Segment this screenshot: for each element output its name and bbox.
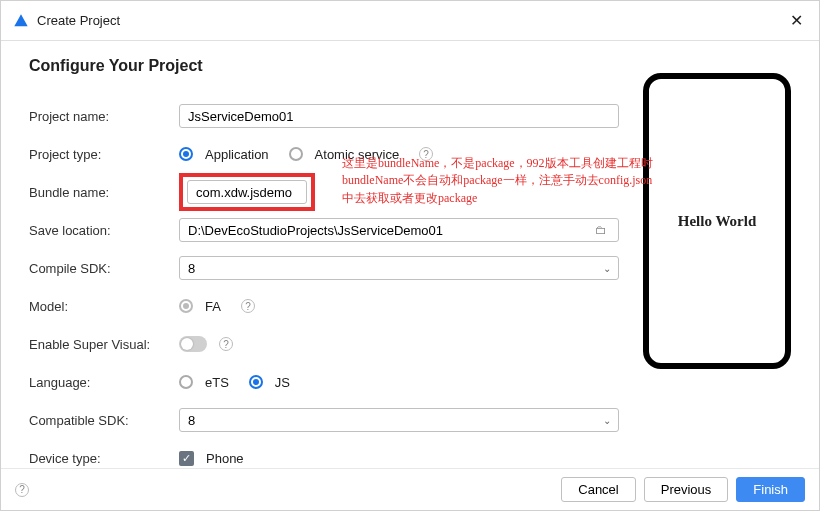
compatible-sdk-label: Compatible SDK: — [29, 413, 179, 428]
dialog-title: Create Project — [37, 13, 786, 28]
save-location-label: Save location: — [29, 223, 179, 238]
super-visual-toggle[interactable] — [179, 336, 207, 352]
device-preview: Hello World — [643, 73, 791, 468]
language-label: Language: — [29, 375, 179, 390]
save-location-input[interactable] — [179, 218, 619, 242]
footer-help-icon[interactable]: ? — [15, 483, 29, 497]
bundle-name-label: Bundle name: — [29, 185, 179, 200]
device-type-label: Device type: — [29, 451, 179, 466]
language-ets-label: eTS — [205, 375, 229, 390]
project-type-label: Project type: — [29, 147, 179, 162]
model-fa-radio[interactable] — [179, 299, 193, 313]
project-type-atomic-radio[interactable] — [289, 147, 303, 161]
language-js-radio[interactable] — [249, 375, 263, 389]
close-icon[interactable]: ✕ — [786, 9, 807, 32]
model-help-icon[interactable]: ? — [241, 299, 255, 313]
previous-button[interactable]: Previous — [644, 477, 729, 502]
bundle-name-highlight — [179, 173, 315, 211]
device-phone-checkbox[interactable]: ✓ — [179, 451, 194, 466]
preview-text: Hello World — [678, 213, 756, 230]
project-type-application-label: Application — [205, 147, 269, 162]
app-logo-icon — [13, 13, 29, 29]
project-type-application-radio[interactable] — [179, 147, 193, 161]
cancel-button[interactable]: Cancel — [561, 477, 635, 502]
model-fa-label: FA — [205, 299, 221, 314]
page-heading: Configure Your Project — [29, 57, 629, 75]
folder-icon[interactable]: 🗀 — [595, 223, 607, 237]
compatible-sdk-select[interactable] — [179, 408, 619, 432]
super-visual-label: Enable Super Visual: — [29, 337, 179, 352]
project-name-input[interactable] — [179, 104, 619, 128]
bundle-name-input[interactable] — [187, 180, 307, 204]
language-ets-radio[interactable] — [179, 375, 193, 389]
titlebar: Create Project ✕ — [1, 1, 819, 41]
compile-sdk-label: Compile SDK: — [29, 261, 179, 276]
device-frame: Hello World — [643, 73, 791, 369]
device-phone-label: Phone — [206, 451, 244, 466]
super-visual-help-icon[interactable]: ? — [219, 337, 233, 351]
model-label: Model: — [29, 299, 179, 314]
project-name-label: Project name: — [29, 109, 179, 124]
language-js-label: JS — [275, 375, 290, 390]
annotation-text: 这里是bundleName，不是package，992版本工具创建工程时 bun… — [342, 155, 653, 207]
finish-button[interactable]: Finish — [736, 477, 805, 502]
compile-sdk-select[interactable] — [179, 256, 619, 280]
